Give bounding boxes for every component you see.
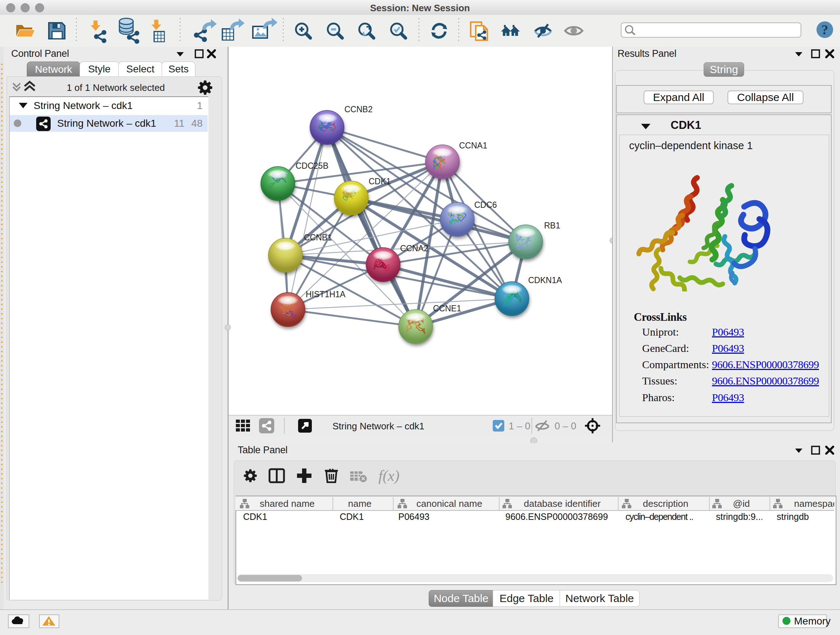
- svg-text:CCNA2: CCNA2: [400, 244, 428, 253]
- svg-text:CDC25B: CDC25B: [295, 161, 328, 171]
- svg-text:namespac: namespac: [794, 498, 834, 509]
- svg-text:RB1: RB1: [544, 221, 561, 230]
- svg-text:1 – 0: 1 – 0: [508, 421, 531, 432]
- svg-text:CCNA1: CCNA1: [459, 141, 487, 150]
- svg-text:CCNB2: CCNB2: [344, 105, 373, 114]
- svg-text:database identifier: database identifier: [524, 498, 601, 509]
- svg-text:CDC6: CDC6: [474, 200, 497, 210]
- svg-text:String Network – cdk1: String Network – cdk1: [332, 421, 424, 432]
- svg-text:0 – 0: 0 – 0: [554, 421, 576, 432]
- svg-text:canonical name: canonical name: [416, 498, 482, 509]
- svg-text:@id: @id: [733, 498, 750, 509]
- svg-text:CCNB1: CCNB1: [304, 233, 332, 242]
- svg-text:f(x): f(x): [378, 467, 399, 485]
- svg-text:HIST1H1A: HIST1H1A: [306, 290, 346, 299]
- svg-text:?: ?: [821, 22, 829, 37]
- svg-text:shared name: shared name: [260, 498, 315, 509]
- svg-text:CDKN1A: CDKN1A: [528, 276, 562, 285]
- svg-text:CCNE1: CCNE1: [433, 304, 461, 313]
- svg-text:name: name: [348, 498, 371, 509]
- svg-text:description: description: [643, 498, 688, 509]
- svg-text:CDK1: CDK1: [369, 177, 391, 186]
